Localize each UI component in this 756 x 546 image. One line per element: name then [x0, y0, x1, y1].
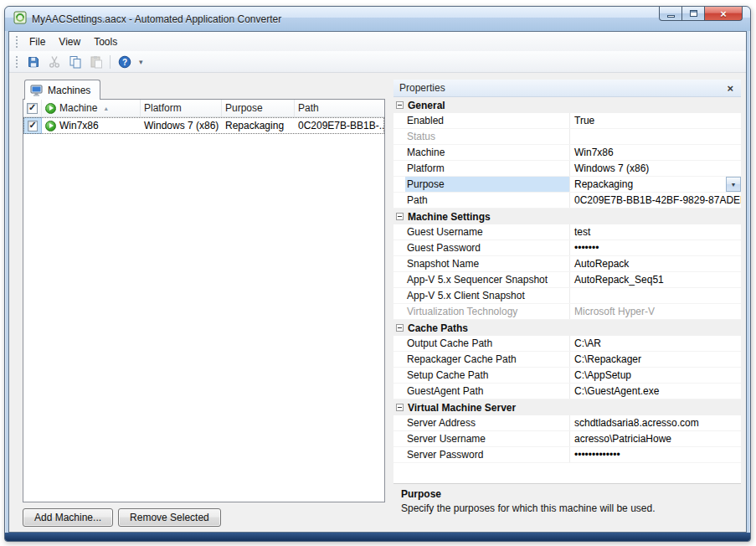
- property-label[interactable]: Purpose: [405, 177, 570, 192]
- toolbar-grip[interactable]: [16, 56, 18, 68]
- tab-machines[interactable]: Machines: [24, 80, 100, 100]
- property-category-row[interactable]: Cache Paths: [393, 320, 741, 336]
- property-row[interactable]: Snapshot Name AutoRepack: [393, 256, 741, 272]
- property-gutter: [393, 431, 405, 446]
- machine-checkbox-cell[interactable]: [23, 117, 42, 134]
- collapse-icon[interactable]: [396, 213, 404, 220]
- property-value: schdtladsaria8.acresso.com: [574, 417, 699, 429]
- properties-close-icon[interactable]: ×: [725, 83, 735, 94]
- paste-button[interactable]: [86, 53, 105, 70]
- property-gutter: [393, 304, 405, 319]
- property-label[interactable]: Platform: [405, 161, 570, 176]
- column-header-purpose[interactable]: Purpose: [222, 100, 295, 116]
- property-label[interactable]: Machine: [405, 145, 570, 160]
- titlebar[interactable]: MyAACSettings.aacx - Automated Applicati…: [5, 7, 750, 31]
- select-all-checkbox[interactable]: [27, 103, 38, 114]
- property-label[interactable]: Server Password: [405, 447, 570, 462]
- property-category-row[interactable]: General: [393, 97, 741, 113]
- property-row[interactable]: Output Cache Path C:\AR: [393, 336, 741, 352]
- property-category-row[interactable]: Machine Settings: [393, 209, 741, 224]
- menu-grip[interactable]: [16, 36, 18, 48]
- property-label[interactable]: Server Address: [405, 415, 570, 430]
- save-button[interactable]: [23, 53, 43, 70]
- property-value: 0C209E7B-BB1B-42BF-9829-87ADED2E: [574, 194, 741, 206]
- property-row[interactable]: Virtualization Technology Microsoft Hype…: [393, 304, 741, 320]
- property-row[interactable]: GuestAgent Path C:\GuestAgent.exe: [393, 384, 741, 399]
- column-header-platform[interactable]: Platform: [141, 100, 222, 116]
- property-label[interactable]: Output Cache Path: [405, 336, 570, 351]
- property-row[interactable]: Server Address schdtladsaria8.acresso.co…: [393, 415, 741, 431]
- collapse-icon[interactable]: [396, 324, 404, 332]
- property-label[interactable]: Server Username: [405, 431, 570, 446]
- machine-row[interactable]: Win7x86 Windows 7 (x86) Repackaging 0C20…: [23, 117, 384, 134]
- maximize-button[interactable]: [682, 7, 705, 21]
- property-row[interactable]: Guest Username test: [393, 224, 741, 240]
- property-row[interactable]: Machine Win7x86: [393, 145, 741, 161]
- property-value: test: [574, 226, 590, 238]
- property-gutter: [393, 129, 405, 144]
- property-value: Repackaging: [574, 178, 633, 190]
- property-label[interactable]: Setup Cache Path: [405, 368, 570, 383]
- property-row[interactable]: Path 0C209E7B-BB1B-42BF-9829-87ADED2E: [393, 193, 741, 209]
- property-label[interactable]: Repackager Cache Path: [405, 352, 570, 367]
- property-value: AutoRepack: [574, 258, 629, 270]
- property-label[interactable]: Path: [405, 193, 570, 208]
- help-button[interactable]: ?: [115, 53, 134, 70]
- close-button[interactable]: ×: [705, 7, 743, 21]
- property-category-row[interactable]: Virtual Machine Server: [393, 399, 741, 415]
- property-row[interactable]: Status: [393, 129, 741, 145]
- collapse-icon[interactable]: [396, 404, 404, 411]
- menu-file[interactable]: File: [23, 33, 52, 50]
- collapse-icon[interactable]: [396, 101, 404, 109]
- minimize-button[interactable]: [659, 7, 682, 21]
- menu-tools[interactable]: Tools: [87, 33, 124, 50]
- property-row[interactable]: Guest Password •••••••: [393, 240, 741, 256]
- add-machine-button[interactable]: Add Machine...: [23, 508, 113, 527]
- property-description-text: Specify the purposes for which this mach…: [401, 502, 733, 514]
- property-row[interactable]: Enabled True: [393, 113, 741, 129]
- minimize-icon: [667, 15, 675, 18]
- property-row[interactable]: Server Username acresso\PatriciaHowe: [393, 431, 741, 447]
- cut-button[interactable]: [44, 53, 64, 70]
- machine-status-icon: [45, 121, 56, 131]
- menu-view[interactable]: View: [52, 33, 87, 50]
- property-label[interactable]: App-V 5.x Sequencer Snapshot: [405, 272, 570, 287]
- property-label[interactable]: Guest Password: [405, 240, 570, 255]
- remove-selected-button[interactable]: Remove Selected: [118, 508, 221, 527]
- property-gutter: [393, 272, 405, 287]
- properties-header: Properties ×: [393, 80, 741, 97]
- property-value: Windows 7 (x86): [574, 162, 649, 174]
- property-label[interactable]: GuestAgent Path: [405, 384, 570, 399]
- property-gutter: [393, 240, 405, 255]
- machine-checkbox[interactable]: [28, 121, 38, 131]
- property-label[interactable]: App-V 5.x Client Snapshot: [405, 288, 570, 303]
- property-gutter: [393, 113, 405, 128]
- window-title: MyAACSettings.aacx - Automated Applicati…: [32, 13, 281, 25]
- property-row[interactable]: App-V 5.x Sequencer Snapshot AutoRepack_…: [393, 272, 741, 288]
- main-content: Machines Machine ▲ Platform: [9, 73, 746, 532]
- copy-button[interactable]: [65, 53, 85, 70]
- property-gutter: [393, 288, 405, 303]
- column-header-machine[interactable]: Machine ▲: [42, 100, 141, 116]
- toolbar-overflow-icon[interactable]: ▾: [136, 58, 147, 66]
- property-label[interactable]: Status: [405, 129, 570, 144]
- property-row[interactable]: App-V 5.x Client Snapshot: [393, 288, 741, 304]
- property-label[interactable]: Enabled: [405, 113, 570, 128]
- dropdown-button[interactable]: [726, 177, 741, 192]
- sort-ascending-icon: ▲: [103, 106, 109, 111]
- property-row[interactable]: Purpose Repackaging: [393, 177, 741, 193]
- cut-icon: [48, 55, 61, 69]
- property-row[interactable]: Server Password •••••••••••••: [393, 447, 741, 463]
- property-row[interactable]: Setup Cache Path C:\AppSetup: [393, 368, 741, 384]
- property-row[interactable]: Platform Windows 7 (x86): [393, 161, 741, 177]
- property-row[interactable]: Repackager Cache Path C:\Repackager: [393, 352, 741, 368]
- category-label: Machine Settings: [408, 211, 491, 223]
- select-all-checkbox-cell[interactable]: [23, 100, 42, 116]
- machines-list: Machine ▲ Platform Purpose Path Win7x86 …: [23, 99, 385, 502]
- property-value: Microsoft Hyper-V: [574, 306, 655, 317]
- property-value: Win7x86: [574, 147, 614, 158]
- property-label[interactable]: Guest Username: [405, 224, 570, 240]
- column-header-path[interactable]: Path: [295, 100, 384, 116]
- property-label[interactable]: Snapshot Name: [405, 256, 570, 271]
- property-label[interactable]: Virtualization Technology: [405, 304, 570, 319]
